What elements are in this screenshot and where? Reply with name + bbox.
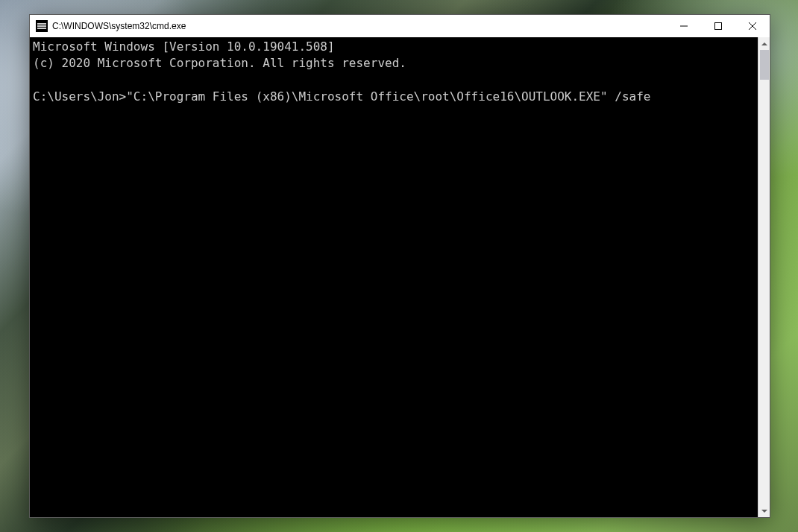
console-area: Microsoft Windows [Version 10.0.19041.50… — [30, 37, 770, 517]
svg-marker-4 — [761, 42, 767, 45]
svg-rect-1 — [715, 23, 722, 30]
console-command: "C:\Program Files (x86)\Microsoft Office… — [126, 89, 650, 104]
chevron-down-icon — [761, 510, 767, 513]
scroll-down-button[interactable] — [758, 504, 770, 517]
cmd-window: C:\WINDOWS\system32\cmd.exe Microsoft Wi… — [29, 14, 770, 518]
svg-marker-5 — [761, 510, 767, 513]
maximize-icon — [714, 22, 722, 30]
scroll-thumb[interactable] — [760, 50, 769, 80]
vertical-scrollbar[interactable] — [758, 37, 770, 517]
titlebar[interactable]: C:\WINDOWS\system32\cmd.exe — [30, 15, 770, 37]
window-title: C:\WINDOWS\system32\cmd.exe — [52, 21, 186, 31]
window-controls — [667, 15, 770, 37]
scroll-up-button[interactable] — [758, 37, 770, 50]
console-prompt: C:\Users\Jon> — [33, 89, 126, 104]
minimize-button[interactable] — [667, 15, 701, 37]
close-button[interactable] — [735, 15, 770, 37]
cmd-icon — [36, 20, 48, 32]
close-icon — [749, 22, 756, 30]
console-line-version: Microsoft Windows [Version 10.0.19041.50… — [33, 39, 335, 54]
console-output[interactable]: Microsoft Windows [Version 10.0.19041.50… — [30, 37, 758, 517]
chevron-up-icon — [761, 42, 767, 45]
minimize-icon — [680, 22, 688, 30]
console-line-copyright: (c) 2020 Microsoft Corporation. All righ… — [33, 56, 406, 70]
maximize-button[interactable] — [701, 15, 735, 37]
